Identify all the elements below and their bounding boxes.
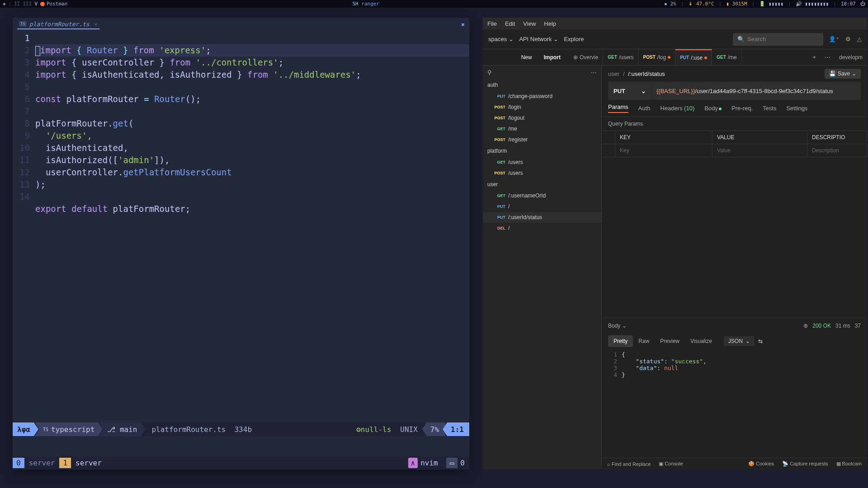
tab-tests[interactable]: Tests <box>763 105 776 112</box>
api-network-dropdown[interactable]: API Network ⌄ <box>519 36 558 42</box>
col-desc: DESCRIPTIO <box>807 131 867 144</box>
format-select[interactable]: JSON ⌄ <box>724 336 755 346</box>
editor-tab[interactable]: TS platformRouter.ts ✕ <box>17 20 99 29</box>
find-replace[interactable]: ⌕ Find and Replace <box>607 461 651 467</box>
menu-file[interactable]: File <box>487 20 497 27</box>
scroll-percent: 7% <box>422 422 445 436</box>
sidebar-request[interactable]: GET/users <box>483 157 601 168</box>
postman-window: File Edit View Help spaces ⌄ API Network… <box>483 18 867 469</box>
close-icon[interactable]: ✕ <box>94 21 98 28</box>
tmux-window-0-num[interactable]: 0 <box>13 458 24 468</box>
sidebar-folder[interactable]: auth <box>483 79 601 91</box>
url-input[interactable]: {{BASE_URL}}/user/1ad44a99-c7ff-4315-8bc… <box>651 82 861 100</box>
value-input[interactable]: Value <box>712 144 807 157</box>
search-input[interactable]: 🔍 Search <box>733 33 823 46</box>
request-tab[interactable]: POST/log <box>639 49 676 65</box>
sidebar-request[interactable]: POST/register <box>483 134 601 145</box>
response-body-dropdown[interactable]: Body ⌄ <box>608 323 627 329</box>
query-params-label: Query Params <box>602 117 867 131</box>
tab-settings[interactable]: Settings <box>786 105 807 112</box>
tmux-window-1-num[interactable]: 1 <box>59 458 71 468</box>
sidebar-request[interactable]: PUT/ <box>483 201 601 212</box>
tmux-pane-icon: ▭ <box>446 458 458 468</box>
save-button[interactable]: 💾 Save ⌄ <box>825 69 861 79</box>
method-badge: GET <box>608 55 617 60</box>
code-area[interactable]: import { Router } from 'express'; import… <box>35 32 469 422</box>
sidebar-request[interactable]: POST/users <box>483 168 601 178</box>
console-button[interactable]: ▣ Console <box>659 461 683 467</box>
app-header: spaces ⌄ API Network ⌄ Explore 🔍 Search … <box>483 29 867 49</box>
resp-preview[interactable]: Preview <box>655 335 685 347</box>
sidebar-request[interactable]: DEL/ <box>483 223 601 234</box>
chevron-down-icon: ⌄ <box>509 36 514 42</box>
temp-indicator: 🌡 47.0°C <box>688 1 714 7</box>
settings-icon[interactable]: ⚙ <box>845 36 851 42</box>
sidebar-request[interactable]: GET/me <box>483 123 601 134</box>
sidebar-request[interactable]: PUT/:userId/status <box>483 212 601 223</box>
menu-help[interactable]: Help <box>544 20 556 27</box>
power-icon[interactable]: ⏻ <box>860 1 865 7</box>
request-tab[interactable]: GET/users <box>603 49 638 65</box>
sidebar-request[interactable]: GET/:usernameOrId <box>483 190 601 201</box>
cookies-button[interactable]: 🍪 Cookies <box>748 461 774 467</box>
active-app[interactable]: Postman <box>40 1 67 7</box>
workspace-2[interactable]: II <box>14 1 20 7</box>
explore-link[interactable]: Explore <box>564 36 584 42</box>
tab-prereq[interactable]: Pre-req. <box>731 105 753 112</box>
workspace-3[interactable]: III <box>23 1 32 7</box>
sidebar-request[interactable]: PUT/change-password <box>483 91 601 102</box>
typescript-icon: TS <box>19 21 27 27</box>
tab-headers[interactable]: Headers (10) <box>660 105 695 112</box>
cpu-indicator: ▪ 2% <box>664 1 676 7</box>
editor-body[interactable]: 1 234 567 8910 111213 14 import { Router… <box>13 31 469 422</box>
wrap-icon[interactable]: ⇆ <box>758 338 763 344</box>
sidebar-folder[interactable]: user <box>483 178 601 190</box>
request-tab[interactable]: PUT/:use <box>675 49 712 65</box>
request-tab[interactable]: GET/me <box>712 49 742 65</box>
line-gutter: 1 234 567 8910 111213 14 <box>13 32 35 422</box>
method-select[interactable]: PUT⌄ <box>608 82 651 100</box>
tab-options-icon[interactable]: ⋯ <box>821 49 835 65</box>
battery-icon: 🔋 ▮▮▮▮▮ <box>759 1 783 7</box>
workspaces-dropdown[interactable]: spaces ⌄ <box>488 36 514 42</box>
tab-auth[interactable]: Auth <box>638 105 651 112</box>
tmux-window-1[interactable]: server <box>71 459 106 467</box>
method-badge: POST <box>494 171 505 175</box>
response-status: 200 OK <box>812 323 831 329</box>
desc-input[interactable]: Description <box>807 144 867 157</box>
menu-edit[interactable]: Edit <box>505 20 515 27</box>
network-icon[interactable]: ⊕ <box>803 323 808 329</box>
resp-visualize[interactable]: Visualize <box>685 335 717 347</box>
vim-mode: λφα <box>13 422 38 436</box>
method-badge: GET <box>494 127 505 131</box>
import-button[interactable]: Import <box>540 52 564 62</box>
sidebar-options-icon[interactable]: ⋯ <box>591 69 597 76</box>
key-input[interactable]: Key <box>615 144 712 157</box>
sidebar-request[interactable]: POST/logout <box>483 113 601 123</box>
window-close-icon[interactable]: ✖ <box>461 21 465 28</box>
menu-view[interactable]: View <box>523 20 536 27</box>
tmux-pane-num: 0 <box>460 459 469 467</box>
response-body[interactable]: 12 34 { "status": "success", "data": nul… <box>602 349 867 458</box>
sidebar-folder[interactable]: platform <box>483 145 601 157</box>
resp-pretty[interactable]: Pretty <box>608 335 633 347</box>
resp-raw[interactable]: Raw <box>633 335 655 347</box>
environment-select[interactable]: developm <box>835 49 867 65</box>
tab-params[interactable]: Params <box>608 103 628 113</box>
toolbar: New Import ⊕OvervieGET/usersPOST/logPUT/… <box>483 49 867 66</box>
request-tab[interactable]: ⊕Overvie <box>569 49 603 65</box>
new-button[interactable]: New <box>518 52 536 62</box>
workspace-5[interactable]: V <box>34 1 38 7</box>
launcher-icon[interactable]: ❖ <box>3 1 6 7</box>
tab-body[interactable]: Body <box>704 105 722 112</box>
new-tab-button[interactable]: + <box>807 49 821 65</box>
bootcamp-button[interactable]: ▦ Bootcam <box>836 461 862 467</box>
notifications-icon[interactable]: △ <box>857 36 862 42</box>
clock: 18:07 <box>841 1 856 7</box>
invite-icon[interactable]: 👤⁺ <box>829 36 839 42</box>
breadcrumb[interactable]: user / /:userId/status <box>608 70 665 77</box>
tmux-window-0[interactable]: server <box>24 459 60 467</box>
sidebar-request[interactable]: POST/login <box>483 102 601 113</box>
capture-button[interactable]: 📡 Capture requests <box>782 461 828 467</box>
filter-icon[interactable]: ⚲ <box>487 69 492 76</box>
